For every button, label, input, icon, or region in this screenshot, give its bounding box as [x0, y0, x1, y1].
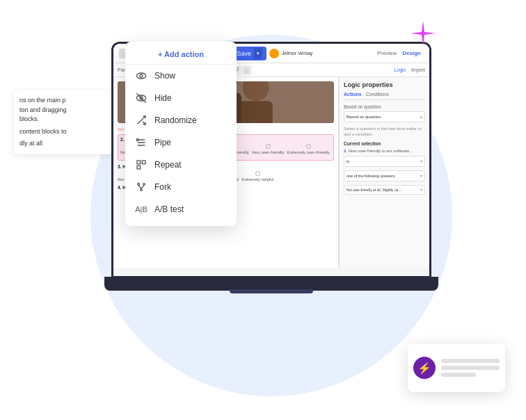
hide-label: Hide [154, 93, 172, 103]
popup-lightning-icon: ⚡ [413, 357, 436, 379]
svg-rect-7 [136, 139, 138, 141]
left-text-line2: ton and dragging [19, 106, 106, 115]
answers-arrow: ▾ [420, 173, 422, 178]
q2-opt5: Extremely user-friendly [287, 144, 329, 154]
preview-design-links: Preview Design [377, 50, 424, 56]
dropdown-arrow: ▾ [420, 115, 422, 120]
logic-description: Select a question in the free-form edito… [344, 126, 425, 138]
left-text-line5: dly at all [19, 139, 106, 149]
radio-5[interactable] [306, 144, 311, 149]
image-btn[interactable]: ⬜ [242, 65, 252, 75]
svg-point-1 [140, 74, 143, 77]
left-text-panel: ns on the main p ton and dragging blocks… [14, 90, 111, 154]
randomize-label: Randomize [154, 115, 197, 125]
dropdown-item-pipe[interactable]: Pipe [125, 131, 237, 154]
import-tab[interactable]: Import [411, 67, 425, 72]
svg-point-12 [143, 184, 145, 186]
svg-point-0 [136, 73, 145, 79]
svg-rect-10 [137, 165, 141, 169]
is-dropdown[interactable]: is ▾ [344, 156, 425, 167]
logic-tabs: Actions Conditions [344, 92, 425, 100]
logic-panel-title: Logic properties [344, 81, 425, 88]
left-text-line1: ns on the main p [19, 96, 106, 106]
selection-item-1: 2. How user-friendly is our software... [344, 149, 425, 153]
logic-tab-actions[interactable]: Actions [344, 92, 362, 97]
abtest-label: A/B test [154, 204, 184, 214]
sparkle-decoration [409, 19, 437, 47]
is-value: is [346, 159, 349, 163]
popup-line-1 [441, 359, 500, 363]
design-link[interactable]: Design [402, 50, 421, 56]
svg-point-11 [138, 184, 140, 186]
is-arrow: ▾ [420, 159, 422, 163]
dropdown-item-repeat[interactable]: Repeat [125, 154, 237, 176]
left-text-line3: blocks. [19, 115, 106, 124]
shuffle-icon [135, 114, 148, 127]
dropdown-header: + Add action [125, 47, 237, 65]
q2-opt4: Very user-friendly [252, 144, 285, 154]
left-text-line4: content blocks to [19, 127, 106, 137]
logic-panel: Logic properties Actions Conditions Base… [339, 77, 429, 268]
save-button[interactable]: Save ▾ [233, 47, 267, 60]
answer-value-dropdown[interactable]: Not user-friendly at all, Slightly us...… [344, 185, 425, 195]
logic-tab[interactable]: Logic [394, 67, 406, 72]
based-on-dropdown[interactable]: Based on question ▾ [344, 111, 425, 122]
user-name: Jelmor Versay [282, 51, 312, 56]
answers-dropdown[interactable]: one of the following answers ▾ [344, 170, 425, 181]
selection-question-text: How user-friendly is our software... [349, 149, 413, 153]
answer-value-arrow: ▾ [420, 187, 422, 192]
eye-slash-icon [135, 92, 148, 104]
popup-line-2 [441, 366, 500, 370]
popup-line-3 [441, 373, 476, 377]
logic-tab-conditions[interactable]: Conditions [366, 92, 389, 97]
fork-icon [135, 181, 148, 193]
action-dropdown-menu: + Add action Show Hide [125, 42, 237, 226]
show-label: Show [154, 71, 175, 81]
popup-content-lines [441, 359, 500, 377]
svg-point-13 [141, 189, 143, 191]
user-avatar [269, 49, 279, 58]
dropdown-item-show[interactable]: Show [125, 65, 237, 87]
pipe-icon [135, 136, 148, 149]
selection-number: 2. [344, 149, 347, 153]
svg-rect-8 [137, 161, 141, 164]
based-on-label: Based on question [344, 104, 425, 109]
based-on-value: Based on question [346, 115, 381, 119]
ab-icon: A|B [135, 203, 148, 216]
preview-link[interactable]: Preview [377, 50, 397, 56]
pipe-label: Pipe [154, 138, 171, 147]
fork-label: Fork [154, 182, 171, 192]
answer-value-text: Not user-friendly at all, Slightly us... [346, 188, 401, 192]
popup-card: ⚡ [408, 344, 505, 392]
repeat-icon [135, 159, 148, 171]
dropdown-item-randomize[interactable]: Randomize [125, 109, 237, 131]
q3-opt5: Extremely helpful [241, 171, 273, 181]
radio-q3-5[interactable] [255, 171, 260, 176]
svg-rect-9 [142, 161, 145, 164]
repeat-label: Repeat [154, 160, 182, 170]
dropdown-item-hide[interactable]: Hide [125, 87, 237, 109]
answers-value: one of the following answers [346, 174, 394, 178]
eye-icon [135, 70, 148, 82]
svg-rect-21 [239, 101, 273, 123]
current-selection-label: Current selection [344, 141, 425, 146]
laptop-base [104, 277, 438, 291]
svg-line-4 [136, 93, 145, 102]
radio-4[interactable] [266, 144, 271, 149]
save-arrow[interactable]: ▾ [254, 48, 262, 59]
dropdown-item-abtest[interactable]: A|B A/B test [125, 198, 237, 220]
dropdown-item-fork[interactable]: Fork [125, 176, 237, 198]
save-label: Save [237, 50, 252, 57]
